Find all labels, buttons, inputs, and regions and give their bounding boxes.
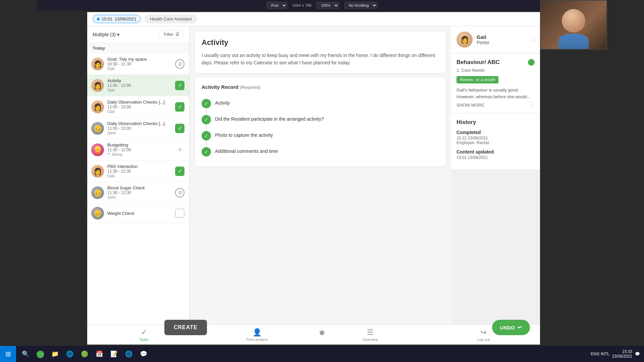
list-item[interactable]: 👱 Budgetting 11:30 - 12:00 ** Jenny ≡ <box>87 139 189 161</box>
nav-overview[interactable]: ☰ Overview <box>314 325 427 345</box>
taskbar-chrome-icon[interactable]: ⬤ <box>34 347 47 361</box>
notification-icon[interactable]: 💬 <box>635 352 640 356</box>
task-person: John <box>107 131 171 135</box>
device-select[interactable]: iPad <box>267 2 287 9</box>
content-updated-label: Content updated <box>457 149 535 155</box>
taskbar-app2-icon[interactable]: 📅 <box>93 347 106 361</box>
throttle-select[interactable]: No throttling <box>344 2 377 9</box>
task-name: Daily Observation Checks [...] <box>107 121 171 126</box>
taskbar-right: ENG INTL 15:33 23/08/2021 💬 <box>591 349 644 359</box>
filter-button[interactable]: Filter ☰ <box>159 30 184 39</box>
completed-time: 15:12 23/08/2021 <box>457 136 535 140</box>
show-more-button[interactable]: SHOW MORE <box>457 103 484 108</box>
time-badge: 15:01 13/08/2021 <box>93 15 141 23</box>
task-status <box>174 208 185 219</box>
find-resident-label: Find resident <box>246 338 268 342</box>
today-label: Today <box>87 43 189 53</box>
taskbar-edge-icon[interactable]: 🌐 <box>63 347 76 361</box>
person-surname: Porter <box>477 40 489 45</box>
record-item: ✓ Photo to capture the activity <box>202 128 439 144</box>
throttle-selector[interactable]: No throttling <box>344 2 377 9</box>
task-person: Gail <box>107 174 171 178</box>
taskbar-explorer-icon[interactable]: 📁 <box>48 347 62 361</box>
device-selector-group[interactable]: iPad <box>267 2 287 9</box>
taskbar-app5-icon[interactable]: 💬 <box>137 347 150 361</box>
person-card[interactable]: 👩 Gail Porter › <box>451 26 540 53</box>
record-check-icon: ✓ <box>202 99 211 108</box>
header-date: 13/08/2021 <box>115 16 137 21</box>
task-status: ⊘ <box>174 187 185 198</box>
list-item[interactable]: 👩 Daily Observation Checks [...] 11:00 -… <box>87 96 189 118</box>
task-name: Weight Check <box>107 211 171 216</box>
list-item[interactable]: 👴 Daily Observation Checks [...] 11:00 -… <box>87 118 189 139</box>
avatar: 👴 <box>91 207 104 220</box>
record-check-icon: ✓ <box>202 115 211 124</box>
list-item[interactable]: 👩 Goal: Tidy my space 10:30 - 11:30 Gail… <box>87 53 189 75</box>
log-out-label: Log out <box>477 338 490 342</box>
person-name: Gail <box>477 34 489 40</box>
app-container: 15:01 13/08/2021 Health Care Assistant M… <box>87 12 540 345</box>
start-button[interactable]: ⊞ <box>0 346 16 362</box>
task-time: 10:30 - 11:30 <box>107 62 171 66</box>
activity-title: Activity <box>202 38 439 47</box>
create-button[interactable]: CREATE <box>164 320 207 335</box>
video-overlay <box>540 0 607 50</box>
task-person: Gail <box>107 88 171 93</box>
taskbar-app3-icon[interactable]: 📝 <box>107 347 121 361</box>
tasks-label: Tasks <box>139 338 149 342</box>
list-item[interactable]: 👴 Blood Sugar Check 11:30 - 12:30 John ⊘ <box>87 182 189 203</box>
task-time: 11:00 - 13:00 <box>107 105 171 109</box>
record-item: ✓ Did the Resident participate in the ar… <box>202 112 439 128</box>
main-layout: Multiple (3) ▾ Filter ☰ Today 👩 Goal: Ti… <box>87 26 540 324</box>
nav-find-resident[interactable]: 👤 Find resident <box>201 325 314 345</box>
undo-button[interactable]: UNDO ↩ <box>492 320 530 335</box>
multiple-selector[interactable]: Multiple (3) ▾ <box>93 32 119 37</box>
record-items-list: ✓ Activity ✓ Did the Resident participat… <box>202 96 439 160</box>
task-person: Gail <box>107 109 171 114</box>
list-item[interactable]: 👩 PBS Interaction 11:30 - 12:30 Gail ✓ <box>87 161 189 182</box>
behaviour-subtitle: 1. Care Needs <box>457 68 535 73</box>
tasks-icon: ✓ <box>141 328 147 337</box>
taskbar-app1-icon[interactable]: 🟢 <box>78 347 91 361</box>
behaviour-text: Gail's behaviour is usually good. Howeve… <box>457 87 535 100</box>
task-name: Budgetting <box>107 142 171 147</box>
record-card: Activity Record (Required) ✓ Activity ✓ … <box>195 77 446 167</box>
avatar: 👩 <box>91 165 104 178</box>
task-person: Gail <box>107 66 171 71</box>
activity-description: I usually carry out an activity to keep … <box>202 52 439 67</box>
task-status: ✓ <box>174 80 185 91</box>
taskbar-app4-icon[interactable]: 🌐 <box>122 347 136 361</box>
activity-card: Activity I usually carry out an activity… <box>195 32 446 73</box>
history-title: History <box>457 119 535 126</box>
content-updated-time: 15:01 13/08/2021 <box>457 155 535 160</box>
record-item-text: Did the Resident participate in the arra… <box>215 115 324 122</box>
check-icon: ✓ <box>175 167 184 176</box>
review-badge: Review : in a month <box>457 76 498 83</box>
overview-icon: ☰ <box>367 328 374 337</box>
behaviour-card: Behaviour/ ABC 1. Care Needs Review : in… <box>451 54 540 113</box>
taskbar-time-display: 15:33 23/08/2021 <box>612 349 632 359</box>
history-card: History Completed 15:12 23/08/2021 Emplo… <box>451 114 540 169</box>
center-content: Activity I usually carry out an activity… <box>190 26 451 324</box>
taskbar-search-icon[interactable]: 🔍 <box>19 347 32 361</box>
zoom-select[interactable]: 100% <box>317 2 339 9</box>
check-icon: ✓ <box>175 81 184 90</box>
taskbar-icons: 🔍 ⬤ 📁 🌐 🟢 📅 📝 🌐 💬 <box>16 347 153 361</box>
task-status: ⊘ <box>174 59 185 69</box>
task-time: 11:30 - 12:00 <box>107 147 171 152</box>
task-time: 11:00 - 12:00 <box>107 83 171 88</box>
zoom-selector[interactable]: 100% <box>317 2 339 9</box>
taskbar-lang: ENG INTL <box>591 352 609 356</box>
three-dots-icon[interactable]: ⋮ <box>529 100 535 108</box>
task-name: Blood Sugar Check <box>107 185 171 190</box>
list-item[interactable]: 👩 Activity 11:00 - 12:00 Gail ✓ <box>87 75 189 96</box>
avatar: 👴 <box>91 122 104 135</box>
task-status: ✓ <box>174 123 185 134</box>
no-go-icon: ⊘ <box>175 59 184 69</box>
list-item[interactable]: 👴 Weight Check <box>87 203 189 223</box>
role-badge: Health Care Assistant <box>145 15 197 23</box>
time-dot <box>97 18 100 20</box>
video-person <box>541 1 606 49</box>
find-resident-icon: 👤 <box>253 328 262 337</box>
log-out-icon: ↪ <box>480 328 486 337</box>
